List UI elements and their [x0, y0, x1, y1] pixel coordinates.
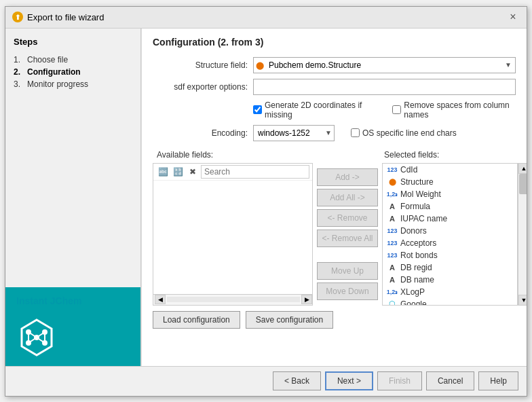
cancel-button[interactable]: Cancel: [426, 371, 474, 390]
structure-field-label: Structure field:: [153, 60, 248, 70]
structure-field-row: Structure field: Pubchem demo.Structure …: [153, 57, 516, 73]
sort-az-btn[interactable]: 🔤: [156, 165, 170, 179]
sdf-options-row: sdf exporter options:: [153, 79, 516, 95]
save-config-button[interactable]: Save configuration: [246, 311, 333, 329]
sdf-label: sdf exporter options:: [153, 82, 248, 92]
svg-line-8: [28, 337, 37, 343]
encoding-row: Encoding: windows-1252 UTF-8 ISO-8859-1 …: [153, 125, 516, 141]
wizard-icon: ⬆: [12, 12, 23, 22]
step-2: 2. Configuration: [14, 66, 132, 78]
close-button[interactable]: ×: [506, 10, 520, 24]
field-icon-123dec: 1,2₃: [387, 189, 398, 199]
os-line-end-label: OS specific line end chars: [362, 128, 457, 138]
step-1: 1. Choose file: [14, 54, 132, 66]
field-icon-struct: ⬤: [387, 177, 398, 187]
move-up-button[interactable]: Move Up: [317, 262, 378, 280]
field-icon-a: A: [387, 263, 398, 272]
generate-2d-label: Generate 2D coordinates if missing: [265, 100, 372, 120]
selected-field-item[interactable]: AIUPAC name: [383, 213, 517, 225]
field-name: XLogP: [400, 287, 425, 297]
selected-field-item[interactable]: 123Rot bonds: [383, 249, 517, 261]
h-scroll-track: [167, 297, 300, 302]
encoding-select-wrapper: windows-1252 UTF-8 ISO-8859-1 ▼: [253, 125, 335, 141]
scroll-right-btn[interactable]: ▶: [301, 295, 312, 304]
remove-button[interactable]: <- Remove: [317, 209, 378, 227]
scroll-left-btn[interactable]: ◀: [155, 295, 166, 304]
dialog-title: Export to file wizard: [27, 12, 104, 22]
selected-fields-panel: 123CdId⬤Structure1,2₃Mol WeightAFormulaA…: [382, 163, 518, 306]
selected-field-item[interactable]: 123Donors: [383, 225, 517, 237]
main-panel: Configuration (2. from 3) Structure fiel…: [141, 29, 527, 366]
fields-labels-row: Available fields: Selected fields:: [153, 148, 516, 162]
selected-field-item[interactable]: ADB name: [383, 274, 517, 286]
generate-2d-checkbox[interactable]: [253, 105, 262, 114]
toolbar-row: 🔤 🔡 ✖: [153, 164, 312, 181]
clear-btn[interactable]: ✖: [186, 165, 200, 179]
field-name: Rot bonds: [400, 251, 438, 260]
field-name: Donors: [400, 226, 427, 236]
load-config-button[interactable]: Load configuration: [153, 311, 240, 329]
field-icon-123: 123: [387, 226, 398, 236]
available-fields-label: Available fields:: [153, 148, 315, 162]
remove-all-button[interactable]: <- Remove All: [317, 230, 378, 247]
field-name: Google: [400, 299, 427, 305]
field-name: DB regid: [400, 263, 432, 272]
selected-field-item[interactable]: 1,2₃Mol Weight: [383, 188, 517, 200]
remove-spaces-checkbox[interactable]: [392, 105, 401, 114]
encoding-label: Encoding:: [153, 128, 248, 138]
steps-title: Steps: [14, 37, 132, 47]
scroll-up-btn[interactable]: ▲: [518, 163, 527, 174]
available-list-content: [153, 181, 312, 294]
search-input[interactable]: [201, 165, 309, 179]
sdf-options-input[interactable]: [253, 79, 516, 95]
os-line-end-checkbox[interactable]: [351, 128, 360, 137]
field-icon-a: A: [387, 214, 398, 223]
field-icon-a: A: [387, 202, 398, 211]
selected-list[interactable]: 123CdId⬤Structure1,2₃Mol WeightAFormulaA…: [383, 164, 517, 305]
field-icon-123: 123: [387, 238, 398, 248]
field-name: IUPAC name: [400, 214, 447, 223]
add-all-button[interactable]: Add All ->: [317, 189, 378, 206]
add-button[interactable]: Add ->: [317, 168, 378, 186]
structure-field-icon: ⬤: [256, 60, 264, 69]
finish-button[interactable]: Finish: [377, 371, 422, 390]
field-icon-123: 123: [387, 251, 398, 260]
panel-title: Configuration (2. from 3): [153, 37, 516, 48]
encoding-select[interactable]: windows-1252 UTF-8 ISO-8859-1: [253, 125, 335, 141]
field-name: CdId: [400, 165, 417, 175]
selected-field-item[interactable]: 1,2₃XLogP: [383, 286, 517, 298]
back-button[interactable]: < Back: [273, 371, 321, 390]
svg-line-7: [37, 332, 45, 337]
steps-section: Steps 1. Choose file 2. Configuration 3.…: [5, 29, 140, 287]
selected-field-item[interactable]: 123CdId: [383, 164, 517, 176]
field-icon-a: A: [387, 275, 398, 285]
selected-field-item[interactable]: AFormula: [383, 200, 517, 213]
selected-field-item[interactable]: ⬤Structure: [383, 176, 517, 188]
help-button[interactable]: Help: [478, 371, 518, 390]
scroll-track: [518, 174, 527, 295]
field-name: Structure: [400, 177, 434, 187]
available-list[interactable]: [153, 181, 312, 294]
content-area: Steps 1. Choose file 2. Configuration 3.…: [5, 29, 527, 366]
field-name: Acceptors: [400, 238, 436, 248]
field-icon-123: 123: [387, 165, 398, 175]
structure-field-dropdown-wrapper: Pubchem demo.Structure ⬤ ▼: [253, 57, 516, 73]
selected-field-item[interactable]: 123Acceptors: [383, 237, 517, 249]
v-scrollbar[interactable]: ▲ ▼: [518, 163, 527, 306]
next-button[interactable]: Next >: [325, 371, 373, 390]
field-name: Formula: [400, 202, 430, 211]
scroll-down-btn[interactable]: ▼: [518, 295, 527, 306]
step-list: 1. Choose file 2. Configuration 3. Monit…: [14, 54, 132, 90]
middle-buttons: Add -> Add All -> <- Remove <- Remove Al…: [313, 163, 382, 306]
h-scrollbar[interactable]: ◀ ▶: [153, 294, 312, 305]
sidebar: Steps 1. Choose file 2. Configuration 3.…: [5, 29, 141, 366]
brand-name: Instant JChem: [16, 295, 81, 306]
selected-field-item[interactable]: ADB regid: [383, 261, 517, 274]
step-3: 3. Monitor progress: [14, 78, 132, 90]
structure-field-select[interactable]: Pubchem demo.Structure: [253, 57, 516, 73]
generate-2d-checkbox-item: Generate 2D coordinates if missing: [253, 100, 372, 120]
field-name: DB name: [400, 275, 434, 285]
move-down-button[interactable]: Move Down: [317, 282, 378, 300]
selected-field-item[interactable]: ⬡Google: [383, 298, 517, 305]
sort-za-btn[interactable]: 🔡: [171, 165, 185, 179]
